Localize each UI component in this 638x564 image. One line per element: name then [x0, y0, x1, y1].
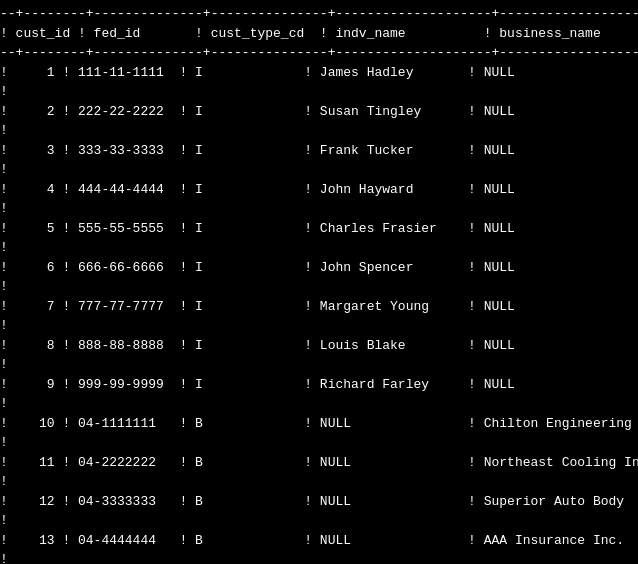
- terminal-output: --+--------+--------------+-------------…: [0, 0, 638, 564]
